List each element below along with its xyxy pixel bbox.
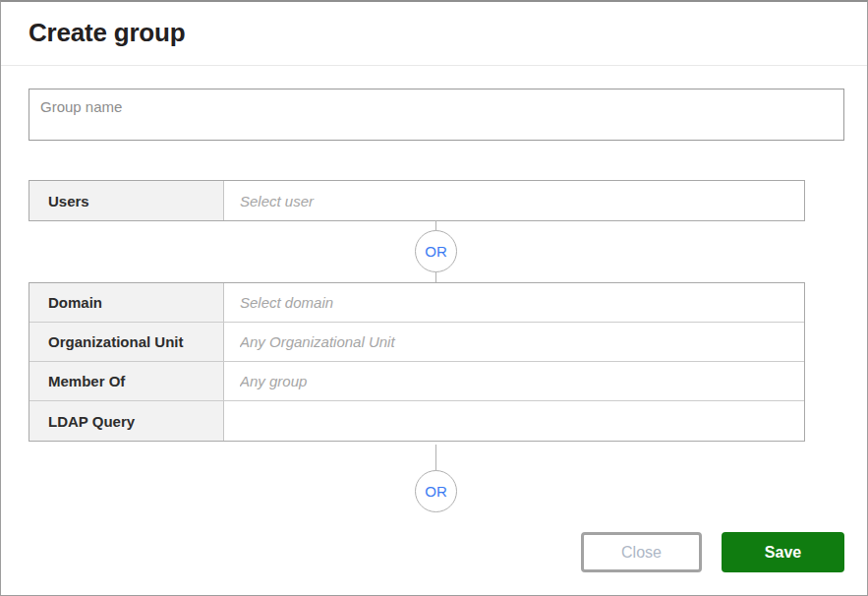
table-row: Domain: [29, 283, 804, 323]
or-connector-badge: OR: [415, 230, 457, 272]
header-divider: [1, 65, 867, 66]
or-connector-label: OR: [425, 483, 447, 500]
organizational-unit-row-value-cell: [224, 323, 804, 361]
member-of-input[interactable]: [224, 362, 804, 400]
users-row-label: Users: [29, 181, 224, 220]
member-of-row-label: Member Of: [29, 362, 224, 400]
select-domain-input[interactable]: [224, 283, 804, 322]
ldap-query-input[interactable]: [224, 401, 804, 441]
users-row-value-cell: [224, 181, 804, 220]
ldap-query-row-value-cell: [224, 401, 804, 441]
table-row: Member Of: [29, 362, 804, 401]
save-button[interactable]: Save: [722, 532, 844, 572]
organizational-unit-input[interactable]: [224, 323, 804, 361]
domain-row-value-cell: [224, 283, 804, 322]
create-group-dialog: Create group Users OR Domain Organizatio…: [0, 0, 868, 596]
or-connector-badge: OR: [415, 470, 457, 512]
domain-row-label: Domain: [29, 283, 224, 322]
close-button[interactable]: Close: [581, 532, 702, 572]
criteria-table: Domain Organizational Unit Member Of LDA…: [29, 282, 805, 442]
ldap-query-row-label: LDAP Query: [29, 401, 224, 441]
table-row: Organizational Unit: [29, 323, 804, 362]
select-user-input[interactable]: [224, 181, 804, 220]
organizational-unit-row-label: Organizational Unit: [29, 323, 224, 361]
users-table: Users: [29, 180, 805, 221]
table-row: Users: [29, 181, 804, 220]
page-title: Create group: [29, 18, 185, 48]
table-row: LDAP Query: [29, 401, 804, 441]
or-connector-label: OR: [425, 243, 447, 260]
group-name-input[interactable]: [29, 89, 844, 141]
member-of-row-value-cell: [224, 362, 804, 400]
